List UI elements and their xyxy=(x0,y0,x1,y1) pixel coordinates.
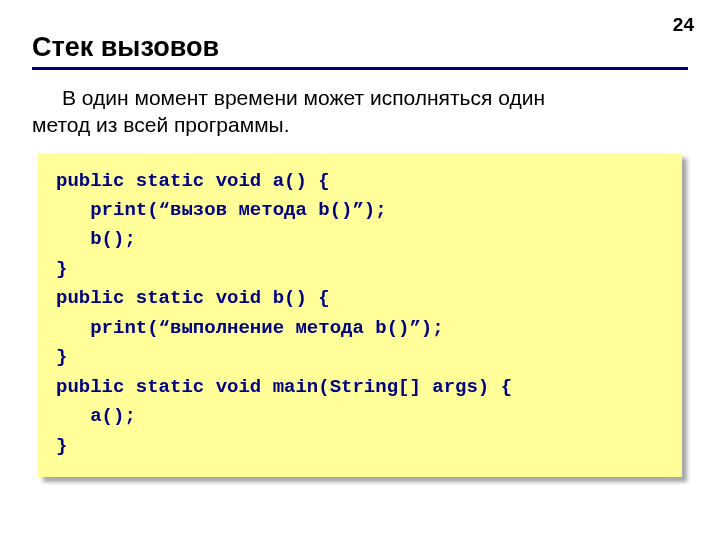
code-line-1: public static void a() { xyxy=(56,170,330,192)
code-line-10: } xyxy=(56,435,67,457)
slide: 24 Стек вызовов В один момент времени мо… xyxy=(0,0,720,540)
code-line-6: print(“выполнение метода b()”); xyxy=(56,317,444,339)
body-text-line-2: метод из всей программы. xyxy=(32,113,290,136)
code-line-8: public static void main(String[] args) { xyxy=(56,376,512,398)
code-line-4: } xyxy=(56,258,67,280)
code-line-2: print(“вызов метода b()”); xyxy=(56,199,387,221)
code-line-9: a(); xyxy=(56,405,136,427)
page-number: 24 xyxy=(673,14,694,36)
code-line-3: b(); xyxy=(56,228,136,250)
code-line-5: public static void b() { xyxy=(56,287,330,309)
body-text: В один момент времени может исполняться … xyxy=(32,84,688,139)
body-text-line-1: В один момент времени может исполняться … xyxy=(62,86,545,109)
code-line-7: } xyxy=(56,346,67,368)
title-underline xyxy=(32,67,688,70)
slide-title: Стек вызовов xyxy=(32,32,688,63)
code-block: public static void a() { print(“вызов ме… xyxy=(38,153,682,477)
